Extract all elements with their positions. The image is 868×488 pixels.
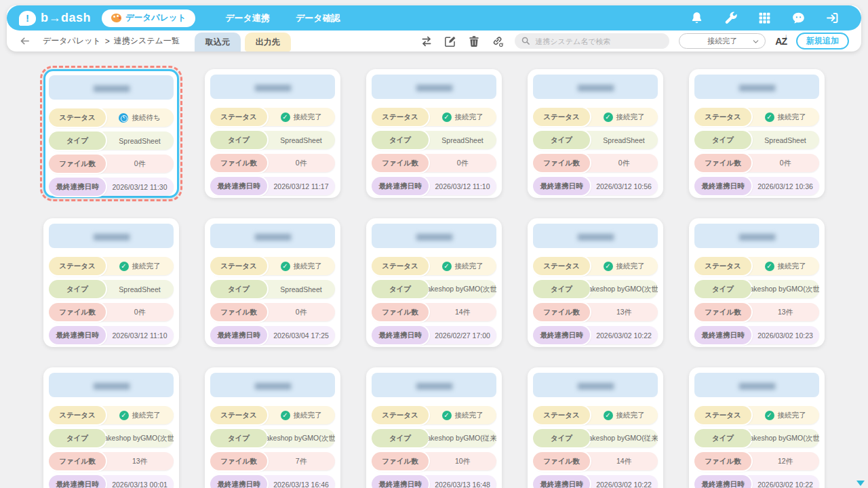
system-name-text: ▆▆▆▆▆▆▆ [94, 232, 129, 241]
system-name-text: ▆▆▆▆▆▆▆ [416, 83, 452, 92]
search-input[interactable] [515, 33, 669, 49]
delete-trash-icon[interactable] [468, 35, 480, 47]
system-card[interactable]: ▆▆▆▆▆▆▆ ステータス 接続完了 タイプ makeshop byGMO(次世… [689, 218, 825, 347]
status-icon [281, 262, 290, 271]
status-value: 接続完了 [778, 113, 806, 122]
system-card[interactable]: ▆▆▆▆▆▆▆ ステータス 接続完了 タイプ SpreadSheet ファイル数… [205, 69, 340, 198]
last-sync-label: 最終連携日時 [694, 475, 751, 488]
system-card[interactable]: ▆▆▆▆▆▆▆ ステータス 接続完了 タイプ makeshop byGMO(次世… [43, 367, 179, 488]
system-card[interactable]: ▆▆▆▆▆▆▆ ステータス 接続完了 タイプ SpreadSheet ファイル数… [366, 69, 502, 198]
type-value: makeshop byGMO(次世… [267, 434, 335, 443]
settings-wrench-icon[interactable] [724, 11, 738, 25]
last-sync-label: 最終連携日時 [372, 475, 429, 488]
system-name-blurred: ▆▆▆▆▆▆▆ [49, 75, 174, 100]
product-pill-data-palette[interactable]: データパレット [102, 9, 195, 27]
status-icon [119, 262, 129, 271]
system-card[interactable]: ▆▆▆▆▆▆▆ ステータス 接続待ち タイプ SpreadSheet ファイル数… [43, 69, 179, 198]
bdash-logo[interactable]: ! b→dash [19, 11, 91, 26]
last-sync-value: 2026/03/13 16:48 [429, 481, 496, 488]
support-chat-icon[interactable] [791, 11, 806, 25]
logout-icon[interactable] [825, 11, 840, 25]
type-value: makeshop byGMO(次世… [751, 434, 819, 443]
status-value: 接続待ち [132, 113, 160, 123]
toolbar: データパレット > 連携システム一覧 取込元 出力先 [7, 30, 861, 52]
status-row: ステータス 接続完了 [210, 406, 335, 424]
last-sync-row: 最終連携日時 2026/03/02 10:22 [533, 326, 658, 344]
system-name-text: ▆▆▆▆▆▆▆ [416, 232, 452, 241]
back-arrow-icon[interactable] [19, 35, 31, 47]
system-name-text: ▆▆▆▆▆▆▆ [255, 232, 290, 241]
files-value: 7件 [267, 457, 335, 466]
status-row: ステータス 接続完了 [49, 257, 174, 275]
last-sync-row: 最終連携日時 2026/03/12 11:30 [49, 178, 174, 196]
files-row: ファイル数 10件 [372, 452, 496, 470]
type-row: タイプ makeshop byGMO(従来… [533, 429, 658, 447]
scroll-down-indicator[interactable] [856, 481, 865, 486]
last-sync-row: 最終連携日時 2026/03/12 10:36 [694, 177, 819, 195]
tab-output-destination[interactable]: 出力先 [245, 33, 291, 52]
last-sync-value: 2026/03/02 10:22 [590, 331, 658, 340]
system-card[interactable]: ▆▆▆▆▆▆▆ ステータス 接続完了 タイプ makeshop byGMO(従来… [528, 367, 663, 488]
last-sync-row: 最終連携日時 2026/03/12 10:56 [533, 177, 658, 195]
app-header: ! b→dash データパレット データ連携 データ確認 [7, 5, 861, 30]
status-icon [281, 411, 290, 420]
system-name-text: ▆▆▆▆▆▆▆ [255, 381, 290, 390]
system-card[interactable]: ▆▆▆▆▆▆▆ ステータス 接続完了 タイプ SpreadSheet ファイル数… [528, 69, 663, 198]
status-value: 接続完了 [616, 113, 645, 122]
status-row: ステータス 接続完了 [372, 108, 496, 126]
system-card[interactable]: ▆▆▆▆▆▆▆ ステータス 接続完了 タイプ makeshop byGMO(次世… [528, 218, 663, 347]
type-value: SpreadSheet [267, 136, 335, 144]
status-label: ステータス [694, 406, 751, 424]
tab-import-source[interactable]: 取込元 [195, 33, 241, 52]
type-row: タイプ makeshop byGMO(次世… [49, 429, 174, 447]
last-sync-label: 最終連携日時 [49, 326, 106, 344]
system-name-blurred: ▆▆▆▆▆▆▆ [694, 373, 819, 397]
add-new-button[interactable]: 新規追加 [796, 33, 849, 49]
files-row: ファイル数 7件 [210, 452, 335, 470]
type-row: タイプ makeshop byGMO(次世… [372, 280, 496, 298]
status-row: ステータス 接続完了 [694, 108, 819, 126]
status-label: ステータス [694, 108, 751, 126]
type-row: タイプ makeshop byGMO(従来… [372, 429, 496, 447]
notification-bell-icon[interactable] [690, 11, 704, 25]
breadcrumb-system-list[interactable]: 連携システム一覧 [114, 35, 180, 47]
system-name-blurred: ▆▆▆▆▆▆▆ [372, 373, 496, 397]
type-row: タイプ makeshop byGMO(次世… [694, 280, 819, 298]
system-name-text: ▆▆▆▆▆▆▆ [578, 381, 613, 390]
status-row: ステータス 接続完了 [533, 108, 658, 126]
status-filter-select[interactable]: 接続完了 [679, 33, 766, 49]
apps-grid-icon[interactable] [757, 11, 772, 25]
files-row: ファイル数 0件 [49, 303, 174, 321]
files-value: 14件 [590, 457, 658, 466]
system-card[interactable]: ▆▆▆▆▆▆▆ ステータス 接続完了 タイプ makeshop byGMO(次世… [205, 367, 340, 488]
type-value: makeshop byGMO(従来… [590, 434, 658, 443]
breadcrumb-data-palette[interactable]: データパレット [43, 35, 101, 47]
last-sync-row: 最終連携日時 2026/03/13 16:46 [210, 475, 335, 488]
edit-icon[interactable] [444, 35, 456, 47]
system-card[interactable]: ▆▆▆▆▆▆▆ ステータス 接続完了 タイプ SpreadSheet ファイル数… [43, 218, 179, 347]
type-row: タイプ SpreadSheet [372, 131, 496, 149]
bdash-logo-icon: ! [19, 11, 36, 26]
nav-data-confirm[interactable]: データ確認 [296, 12, 340, 24]
nav-data-integration[interactable]: データ連携 [225, 12, 270, 24]
system-card[interactable]: ▆▆▆▆▆▆▆ ステータス 接続完了 タイプ SpreadSheet ファイル数… [205, 218, 340, 347]
search-box [515, 33, 669, 49]
last-sync-value: 2026/03/12 11:17 [267, 182, 335, 190]
swap-transfer-icon[interactable] [420, 35, 433, 47]
last-sync-value: 2026/03/02 10:22 [590, 481, 658, 488]
sort-az-icon[interactable]: AZ [775, 36, 787, 47]
type-row: タイプ SpreadSheet [210, 280, 335, 298]
system-card[interactable]: ▆▆▆▆▆▆▆ ステータス 接続完了 タイプ SpreadSheet ファイル数… [689, 69, 825, 198]
system-name-blurred: ▆▆▆▆▆▆▆ [533, 373, 658, 397]
last-sync-value: 2026/03/04 17:25 [267, 331, 335, 340]
system-card[interactable]: ▆▆▆▆▆▆▆ ステータス 接続完了 タイプ makeshop byGMO(次世… [689, 367, 825, 488]
type-label: タイプ [49, 280, 106, 298]
type-label: タイプ [533, 280, 590, 298]
link-refresh-icon[interactable] [492, 35, 504, 47]
system-card[interactable]: ▆▆▆▆▆▆▆ ステータス 接続完了 タイプ makeshop byGMO(次世… [366, 218, 502, 347]
status-value: 接続完了 [455, 411, 484, 420]
status-icon [119, 411, 129, 420]
type-label: タイプ [694, 131, 751, 149]
status-label: ステータス [210, 257, 267, 275]
system-card[interactable]: ▆▆▆▆▆▆▆ ステータス 接続完了 タイプ makeshop byGMO(従来… [366, 367, 502, 488]
